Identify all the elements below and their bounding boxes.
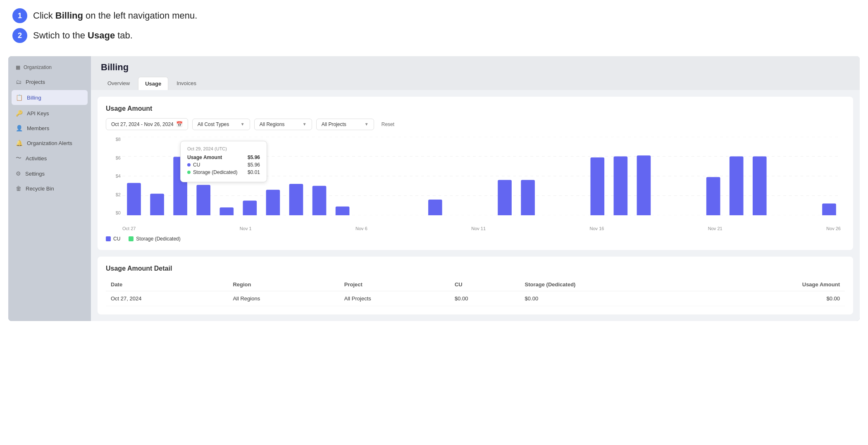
sidebar-item-projects[interactable]: 🗂 Projects (8, 74, 91, 89)
org-icon: ▦ (16, 64, 20, 70)
usage-amount-card: Usage Amount Oct 27, 2024 - Nov 26, 2024… (98, 97, 853, 250)
table-body: Oct 27, 2024 All Regions All Projects $0… (106, 291, 845, 306)
instruction-2: 2 Swtich to the Usage tab. (12, 28, 856, 43)
recycle-bin-icon: 🗑 (16, 185, 21, 192)
sidebar-item-billing[interactable]: 📋 Billing (12, 90, 88, 105)
usage-detail-card: Usage Amount Detail Date Region Project … (98, 257, 853, 314)
step-1-circle: 1 (12, 8, 27, 23)
instruction-1: 1 Click Billing on the left navigation m… (12, 8, 856, 23)
y-label-2: $2 (106, 192, 121, 197)
legend-cu-dot (106, 236, 111, 241)
cell-date: Oct 27, 2024 (106, 291, 228, 306)
usage-amount-title: Usage Amount (106, 105, 845, 112)
cost-types-dropdown[interactable]: All Cost Types ▼ (192, 119, 250, 130)
sidebar-item-activities[interactable]: 〜 Activities (8, 150, 91, 166)
main-header: Billing Overview Usage Invoices (91, 56, 860, 90)
date-range-filter[interactable]: Oct 27, 2024 - Nov 26, 2024 📅 (106, 118, 188, 130)
y-label-6: $6 (106, 155, 121, 160)
cell-region: All Regions (228, 291, 339, 306)
sidebar-item-org-alerts[interactable]: 🔔 Organization Alerts (8, 136, 91, 150)
org-alerts-icon: 🔔 (16, 140, 23, 146)
sidebar-item-members[interactable]: 👤 Members (8, 121, 91, 136)
tooltip-cu-label: CU (193, 162, 200, 168)
tooltip-date: Oct 29, 2024 (UTC) (187, 146, 260, 151)
cell-usage: $0.00 (702, 291, 845, 306)
app-container: ▦ Organization 🗂 Projects 📋 Billing 🔑 AP… (8, 56, 860, 321)
col-region: Region (228, 278, 339, 291)
col-cu: CU (450, 278, 520, 291)
tooltip-storage-row: Storage (Dedicated) $0.01 (187, 169, 260, 175)
legend-cu: CU (106, 236, 120, 242)
y-label-0: $0 (106, 210, 121, 215)
filters-bar: Oct 27, 2024 - Nov 26, 2024 📅 All Cost T… (106, 118, 845, 130)
billing-icon: 📋 (16, 94, 23, 101)
tooltip-storage-item: Storage (Dedicated) (187, 169, 237, 175)
col-project: Project (339, 278, 450, 291)
detail-title: Usage Amount Detail (106, 265, 845, 272)
sidebar-org-label: ▦ Organization (8, 60, 91, 74)
tooltip-cu-value: $5.96 (248, 162, 260, 168)
table-header: Date Region Project CU Storage (Dedicate… (106, 278, 845, 291)
members-icon: 👤 (16, 125, 23, 131)
chart-legend: CU Storage (Dedicated) (106, 236, 845, 242)
tab-overview[interactable]: Overview (101, 77, 136, 90)
legend-storage: Storage (Dedicated) (129, 236, 180, 242)
main-body: Usage Amount Oct 27, 2024 - Nov 26, 2024… (91, 90, 860, 321)
cu-dot (187, 163, 191, 167)
storage-dot (187, 171, 191, 174)
settings-icon: ⚙ (16, 170, 21, 177)
tab-usage[interactable]: Usage (138, 77, 168, 90)
legend-cu-label: CU (113, 236, 120, 242)
table-header-row: Date Region Project CU Storage (Dedicate… (106, 278, 845, 291)
tab-invoices[interactable]: Invoices (170, 77, 203, 90)
main-content: Billing Overview Usage Invoices Usage Am… (91, 56, 860, 321)
chart-tooltip: Oct 29, 2024 (UTC) Usage Amount $5.96 CU… (180, 141, 267, 182)
page-title: Billing (101, 62, 850, 77)
reset-button[interactable]: Reset (378, 120, 398, 129)
regions-dropdown[interactable]: All Regions ▼ (254, 119, 312, 130)
sidebar-item-api-keys[interactable]: 🔑 API Keys (8, 106, 91, 121)
y-label-8: $8 (106, 137, 121, 142)
legend-storage-dot (129, 236, 134, 241)
chevron-down-icon: ▼ (241, 122, 245, 126)
calendar-icon: 📅 (176, 121, 183, 127)
api-keys-icon: 🔑 (16, 110, 23, 117)
projects-icon: 🗂 (16, 79, 21, 85)
tooltip-header-row: Usage Amount $5.96 (187, 155, 260, 160)
step-2-circle: 2 (12, 28, 27, 43)
instructions-section: 1 Click Billing on the left navigation m… (0, 0, 868, 52)
y-label-4: $4 (106, 174, 121, 178)
table-row: Oct 27, 2024 All Regions All Projects $0… (106, 291, 845, 306)
col-usage-amount: Usage Amount (702, 278, 845, 291)
tooltip-storage-value: $0.01 (248, 169, 260, 175)
tooltip-cu-row: CU $5.96 (187, 162, 260, 168)
sidebar: ▦ Organization 🗂 Projects 📋 Billing 🔑 AP… (8, 56, 91, 321)
col-storage: Storage (Dedicated) (520, 278, 702, 291)
chart-area: $8 $6 $4 $2 $0 (106, 137, 845, 228)
chevron-down-icon-2: ▼ (303, 122, 307, 126)
activities-icon: 〜 (16, 155, 21, 162)
col-date: Date (106, 278, 228, 291)
tooltip-total-value: $5.96 (248, 155, 260, 160)
sidebar-item-recycle-bin[interactable]: 🗑 Recycle Bin (8, 181, 91, 196)
date-range-text: Oct 27, 2024 - Nov 26, 2024 (111, 121, 174, 127)
cell-storage: $0.00 (520, 291, 702, 306)
instruction-1-text: Click Billing on the left navigation men… (33, 8, 197, 23)
chevron-down-icon-3: ▼ (365, 122, 369, 126)
tooltip-storage-label: Storage (Dedicated) (193, 169, 237, 175)
tooltip-usage-label: Usage Amount (187, 155, 222, 160)
cell-cu: $0.00 (450, 291, 520, 306)
cell-project: All Projects (339, 291, 450, 306)
projects-dropdown[interactable]: All Projects ▼ (316, 119, 374, 130)
tooltip-cu-item: CU (187, 162, 200, 168)
usage-detail-table: Date Region Project CU Storage (Dedicate… (106, 278, 845, 306)
legend-storage-label: Storage (Dedicated) (136, 236, 180, 242)
instruction-2-text: Swtich to the Usage tab. (33, 28, 133, 43)
tabs-bar: Overview Usage Invoices (101, 77, 850, 90)
sidebar-item-settings[interactable]: ⚙ Settings (8, 166, 91, 181)
